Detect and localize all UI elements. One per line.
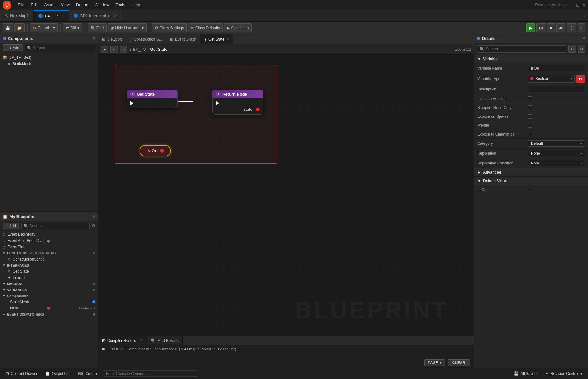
replication-select[interactable]: None ▾ — [528, 150, 585, 156]
blueprint-readonly-checkbox[interactable] — [528, 105, 532, 110]
graph-tab-event-graph[interactable]: ⊞ Event Graph — [166, 34, 200, 44]
hide-unrelated-button[interactable]: ◉ Hide Unrelated ▾ — [108, 23, 147, 32]
clear-button[interactable]: CLEAR — [448, 359, 470, 366]
page-button[interactable]: PAGE ▾ — [424, 359, 445, 366]
var-ison-expand[interactable]: ▾ — [94, 306, 95, 310]
get-state-out-pin[interactable] — [130, 101, 134, 105]
graph-tab-get-state[interactable]: ƒ Get State ✕ — [200, 34, 233, 44]
event-beginplay[interactable]: ◇ Event BeginPlay — [0, 231, 98, 237]
menu-debug[interactable]: Debug — [74, 1, 91, 9]
all-saved-button[interactable]: 💾 All Saved — [512, 371, 539, 376]
category-select[interactable]: Default ▾ — [528, 140, 585, 147]
instance-editable-checkbox[interactable] — [528, 96, 532, 101]
close-btn[interactable]: ✕ — [582, 3, 585, 8]
tab-bp-tv-close[interactable]: ✕ — [61, 14, 64, 18]
menu-view[interactable]: View — [58, 1, 72, 9]
menu-asset[interactable]: Asset — [42, 1, 57, 9]
minimize-btn[interactable]: ─ — [571, 3, 574, 8]
variable-type-select[interactable]: Boolean ▾ — [528, 75, 575, 83]
stop-button[interactable]: ■ — [547, 23, 555, 32]
components-add-button[interactable]: + + Add — [3, 44, 23, 51]
event-tick[interactable]: ◇ Event Tick — [0, 244, 98, 250]
description-input[interactable] — [528, 86, 585, 92]
diff-button[interactable]: ⇄ Diff ▾ — [63, 23, 82, 32]
compiler-close[interactable]: ✕ — [140, 338, 143, 342]
advanced-section-header[interactable]: ► Advanced — [474, 168, 588, 177]
menu-tools[interactable]: Tools — [113, 1, 127, 9]
expose-spawn-checkbox[interactable] — [528, 114, 532, 119]
find-button[interactable]: 🔍 Find — [88, 23, 107, 32]
compiler-results-tab[interactable]: ⊞ Compiler Results ✕ — [98, 336, 147, 345]
interface-get-state[interactable]: ↺ Get State — [5, 268, 98, 275]
variables-add-icon[interactable]: ⊕ — [93, 288, 95, 292]
play-button[interactable]: ▶ — [526, 23, 535, 32]
is-on-node[interactable]: Is On — [140, 145, 171, 156]
compile-button[interactable]: ⚙ Compile ▾ — [30, 23, 58, 32]
my-blueprint-search-input[interactable] — [29, 224, 88, 228]
get-state-tab-close[interactable]: ✕ — [226, 37, 229, 41]
breadcrumb-root[interactable]: BP_TV — [133, 47, 146, 52]
output-log-button[interactable]: 📋 Output Log — [43, 371, 72, 376]
class-defaults-button[interactable]: ✏ Class Defaults — [188, 23, 223, 32]
menu-edit[interactable]: Edit — [28, 1, 40, 9]
class-settings-button[interactable]: ⚙ Class Settings — [152, 23, 187, 32]
details-grid-view-button[interactable]: ⊟ — [568, 45, 576, 53]
is-on-pin[interactable] — [160, 149, 164, 153]
simulation-button[interactable]: ▶ Simulation — [224, 23, 252, 32]
get-state-node[interactable]: f Get State — [127, 90, 178, 108]
dispatchers-add-icon[interactable]: ⊕ — [93, 312, 95, 316]
components-close[interactable]: ✕ — [92, 36, 95, 41]
event-actorbeginoverlap[interactable]: ◇ Event ActorBeginOverlap — [0, 237, 98, 244]
breadcrumb-dropdown[interactable]: ▾ — [101, 46, 108, 53]
menu-help[interactable]: Help — [129, 1, 143, 9]
default-value-section-header[interactable]: ▼ Default Value — [474, 177, 588, 185]
components-var-section-header[interactable]: ▼ Components — [0, 293, 98, 299]
return-in-pin[interactable] — [216, 101, 219, 105]
step-button[interactable]: ⏭ — [536, 23, 546, 32]
variable-section-header[interactable]: ▼ Variable — [474, 55, 588, 63]
toolbar-more-button[interactable]: ⋮ — [567, 23, 576, 32]
variables-section-header[interactable]: ▼ VARIABLES ⊕ — [0, 287, 98, 293]
graph-canvas[interactable]: f Get State f Return Node — [98, 55, 474, 336]
graph-tab-viewport[interactable]: ⊞ Viewport — [98, 34, 126, 44]
var-ison[interactable]: IsOn Boolean ▾ — [5, 305, 98, 311]
revision-control-button[interactable]: ⎇ Revision Control ▾ — [542, 371, 584, 376]
save-button[interactable]: 💾 — [3, 23, 13, 32]
my-blueprint-settings-icon[interactable]: ⚙ — [92, 223, 95, 228]
content-drawer-button[interactable]: ⊟ Content Drawer — [4, 371, 39, 376]
type-extra-button[interactable]: ●▾ — [576, 75, 585, 83]
function-constructionscript[interactable]: ↺ ConstructionScript — [5, 256, 98, 263]
tab-bpi-interactable[interactable]: 🔵 BPI_Interactable ✕ — [69, 10, 121, 21]
tab-newmap2[interactable]: ⚠ NewMap2 — [0, 10, 34, 21]
interfaces-section-header[interactable]: ▼ INTERFACES — [0, 263, 98, 268]
menu-window[interactable]: Window — [92, 1, 112, 9]
interface-interact[interactable]: ✦ Interact — [5, 275, 98, 281]
details-search-input[interactable] — [486, 47, 564, 51]
replication-condition-select[interactable]: None ▾ — [528, 160, 585, 166]
get-state-exec-out[interactable] — [130, 101, 174, 105]
default-ison-checkbox[interactable] — [528, 188, 532, 192]
components-search-input[interactable] — [33, 46, 93, 50]
tab-bpi-close[interactable]: ✕ — [114, 14, 117, 18]
functions-add-icon[interactable]: ⊕ — [93, 251, 95, 255]
nav-forward-button[interactable]: → — [120, 46, 127, 53]
my-blueprint-close[interactable]: ✕ — [92, 214, 95, 219]
details-close[interactable]: ✕ — [582, 36, 585, 41]
browse-button[interactable]: 📁 — [14, 23, 25, 32]
graph-tab-construction[interactable]: ƒ Construction S... — [126, 34, 166, 44]
tab-bp-tv[interactable]: 🔵 BP_TV ✕ — [34, 10, 69, 21]
return-state-pin[interactable] — [256, 108, 260, 111]
var-staticmesh[interactable]: StaticMesh — [5, 299, 98, 305]
expose-cinematics-checkbox[interactable] — [528, 132, 532, 136]
console-command-input[interactable] — [103, 370, 198, 377]
return-node[interactable]: f Return Node State — [212, 90, 263, 115]
menu-file[interactable]: File — [15, 1, 27, 9]
tree-item-staticmesh[interactable]: ◆ StaticMesh — [0, 61, 98, 67]
event-dispatchers-section-header[interactable]: ▼ EVENT DISPATCHERS ⊕ — [0, 311, 98, 317]
cmd-dropdown-button[interactable]: ⌨ Cmd ▾ — [76, 371, 99, 376]
eject-button[interactable]: ⏏ — [556, 23, 565, 32]
functions-section-header[interactable]: ▼ FUNCTIONS 21 OVERRIDAB ⊕ — [0, 250, 98, 256]
maximize-btn[interactable]: □ — [577, 3, 579, 8]
my-blueprint-add-button[interactable]: + Add — [3, 223, 19, 229]
tab-bar-expand[interactable]: » — [583, 14, 588, 18]
